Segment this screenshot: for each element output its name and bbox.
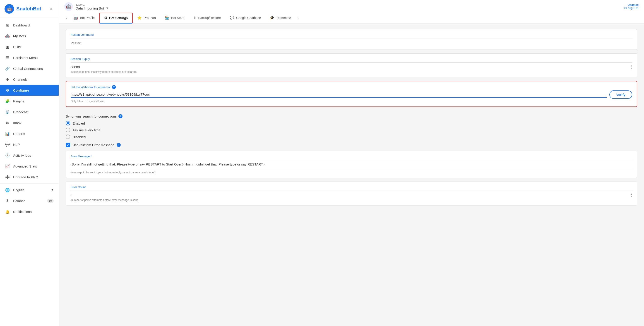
app-name: SnatchBot bbox=[16, 6, 41, 12]
tab-next-button[interactable]: › bbox=[296, 16, 300, 20]
sidebar-item-label: Advanced Stats bbox=[13, 164, 37, 168]
bot-updated: Updated 21 Aug 1:31 bbox=[624, 3, 638, 10]
error-count-input[interactable] bbox=[70, 193, 630, 197]
sidebar-item-label: NLP bbox=[13, 143, 20, 147]
tab-teammate[interactable]: 🎓 Teammate bbox=[266, 13, 296, 23]
content-area: Restart command Session Expiry ▲ ▼ (seco… bbox=[59, 24, 644, 326]
webhook-section: Set the Webhook for entire bot ? Verify … bbox=[66, 81, 637, 107]
tab-label: Google Chatbase bbox=[236, 16, 261, 20]
synonyms-title: Synonyms search for connections ? bbox=[66, 114, 637, 118]
error-count-section: Error Count ▲ ▼ (number of parse attempt… bbox=[66, 181, 637, 205]
sidebar-item-dashboard[interactable]: ⊞ Dashboard bbox=[0, 20, 59, 30]
build-icon: ▣ bbox=[5, 44, 10, 49]
tab-label: Bot Settings bbox=[109, 16, 128, 20]
sidebar-item-label: My Bots bbox=[13, 34, 26, 38]
sidebar-collapse-button[interactable]: « bbox=[48, 6, 54, 12]
sidebar-item-balance[interactable]: $ Balance $0 bbox=[0, 195, 59, 206]
sidebar-item-global-connections[interactable]: 🔗 Global Connections bbox=[0, 63, 59, 74]
tab-bot-store[interactable]: 🏪 Bot Store bbox=[160, 13, 189, 23]
error-message-section: Error Message * {Sorry, I'm still not ge… bbox=[66, 151, 637, 178]
sidebar-item-label: Global Connections bbox=[13, 67, 43, 71]
error-count-note: (number of parse attempts before error m… bbox=[70, 198, 632, 202]
nlp-icon: 💬 bbox=[5, 142, 10, 147]
backup-restore-tab-icon: ⬆ bbox=[194, 15, 196, 20]
sidebar-item-upgrade-pro[interactable]: ➕ Upgrade to PRO bbox=[0, 171, 59, 182]
restart-command-input[interactable] bbox=[70, 40, 632, 46]
synonyms-option-enabled[interactable]: Enabled bbox=[66, 121, 637, 126]
sidebar-item-build[interactable]: ▣ Build bbox=[0, 41, 59, 52]
pro-plan-tab-icon: ⭐ bbox=[137, 15, 142, 20]
notifications-icon: 🔔 bbox=[5, 209, 10, 214]
sidebar-item-broadcast[interactable]: 📡 Broadcast bbox=[0, 107, 59, 117]
bot-profile-tab-icon: 🤖 bbox=[74, 15, 78, 20]
tab-google-chatbase[interactable]: 💬 Google Chatbase bbox=[225, 13, 266, 23]
synonyms-ask-every-time-radio[interactable] bbox=[66, 128, 70, 132]
sidebar-item-configure[interactable]: ⚙ Configure bbox=[0, 85, 59, 96]
synonyms-section: Synonyms search for connections ? Enable… bbox=[66, 111, 637, 147]
tab-bot-settings[interactable]: ⚙ Bot Settings bbox=[99, 13, 133, 23]
sidebar-item-label: Channels bbox=[13, 78, 28, 81]
bot-store-tab-icon: 🏪 bbox=[165, 15, 170, 20]
sidebar-item-inbox[interactable]: ✉ Inbox bbox=[0, 117, 59, 128]
english-dropdown-arrow: ▼ bbox=[51, 188, 54, 191]
error-count-label: Error Count bbox=[70, 185, 632, 189]
error-count-spinner[interactable]: ▲ ▼ bbox=[630, 193, 632, 198]
synonyms-option-disabled[interactable]: Disabled bbox=[66, 135, 637, 139]
tab-label: Bot Store bbox=[171, 16, 184, 20]
sidebar-item-label: Persistent Menu bbox=[13, 56, 38, 60]
sidebar-item-plugins[interactable]: 🧩 Plugins bbox=[0, 96, 59, 107]
tab-backup-restore[interactable]: ⬆ Backup/Restore bbox=[189, 13, 225, 23]
webhook-input-row: Verify bbox=[71, 90, 632, 99]
sidebar-item-my-bots[interactable]: 🤖 My Bots bbox=[0, 30, 59, 41]
sidebar-item-activity-logs[interactable]: 🕐 Activity logs bbox=[0, 150, 59, 161]
sidebar: 🤖 SnatchBot « ⊞ Dashboard 🤖 My Bots ▣ Bu… bbox=[0, 0, 59, 326]
main-area: 🤖 129941 Data Importing Bot ▼ Updated 21… bbox=[59, 0, 644, 326]
tab-prev-button[interactable]: ‹ bbox=[64, 16, 69, 20]
bot-settings-tab-icon: ⚙ bbox=[104, 16, 107, 20]
webhook-help-icon[interactable]: ? bbox=[112, 85, 116, 89]
webhook-note: Only https URLs are allowed bbox=[71, 100, 632, 103]
synonyms-enabled-label: Enabled bbox=[72, 121, 85, 125]
tab-label: Bot Profile bbox=[80, 16, 95, 20]
sidebar-item-label: Upgrade to PRO bbox=[13, 175, 38, 179]
synonyms-help-icon[interactable]: ? bbox=[118, 114, 122, 118]
tab-pro-plan[interactable]: ⭐ Pro Plan bbox=[133, 13, 160, 23]
google-chatbase-tab-icon: 💬 bbox=[230, 15, 234, 20]
sidebar-item-label: Balance bbox=[13, 199, 25, 203]
tab-label: Backup/Restore bbox=[198, 16, 221, 20]
updated-label: Updated bbox=[624, 3, 638, 6]
advanced-stats-icon: 📈 bbox=[5, 164, 10, 169]
tab-bot-profile[interactable]: 🤖 Bot Profile bbox=[69, 13, 99, 23]
sidebar-item-nlp[interactable]: 💬 NLP bbox=[0, 139, 59, 150]
session-expiry-spinner[interactable]: ▲ ▼ bbox=[630, 64, 632, 69]
custom-error-checkbox[interactable]: ✓ bbox=[66, 143, 70, 147]
webhook-input[interactable] bbox=[71, 92, 607, 98]
sidebar-item-notifications[interactable]: 🔔 Notifications bbox=[0, 206, 59, 217]
synonyms-option-ask-every-time[interactable]: Ask me every time bbox=[66, 128, 637, 132]
synonyms-enabled-radio[interactable] bbox=[66, 121, 70, 126]
error-message-text: {Sorry, I'm still not getting that. Plea… bbox=[70, 162, 632, 167]
reports-icon: 📊 bbox=[5, 131, 10, 136]
updated-time: 21 Aug 1:31 bbox=[624, 6, 638, 10]
sidebar-item-english[interactable]: 🌐 English ▼ bbox=[0, 184, 59, 195]
broadcast-icon: 📡 bbox=[5, 109, 10, 114]
sidebar-item-channels[interactable]: ⚙ Channels bbox=[0, 74, 59, 85]
sidebar-item-persistent-menu[interactable]: ☰ Persistent Menu bbox=[0, 52, 59, 63]
sidebar-item-label: Reports bbox=[13, 132, 25, 136]
custom-error-label: Use Custom Error Message bbox=[72, 143, 114, 147]
tab-navigation: ‹ 🤖 Bot Profile ⚙ Bot Settings ⭐ Pro Pla… bbox=[64, 13, 638, 23]
english-icon: 🌐 bbox=[5, 187, 10, 192]
webhook-label-text: Set the Webhook for entire bot bbox=[71, 85, 110, 89]
bot-dropdown-arrow[interactable]: ▼ bbox=[106, 6, 109, 10]
synonyms-disabled-radio[interactable] bbox=[66, 135, 70, 139]
custom-error-help-icon[interactable]: ? bbox=[116, 143, 121, 147]
sidebar-item-label: Plugins bbox=[13, 99, 24, 103]
sidebar-item-advanced-stats[interactable]: 📈 Advanced Stats bbox=[0, 161, 59, 171]
session-expiry-input[interactable] bbox=[70, 65, 630, 69]
verify-button[interactable]: Verify bbox=[609, 90, 632, 99]
bot-id: 129941 bbox=[76, 3, 109, 6]
session-expiry-section: Session Expiry ▲ ▼ (seconds of chat inac… bbox=[66, 53, 637, 77]
session-expiry-label: Session Expiry bbox=[70, 57, 632, 61]
bot-info: 129941 Data Importing Bot ▼ bbox=[76, 3, 109, 10]
sidebar-item-reports[interactable]: 📊 Reports bbox=[0, 128, 59, 139]
